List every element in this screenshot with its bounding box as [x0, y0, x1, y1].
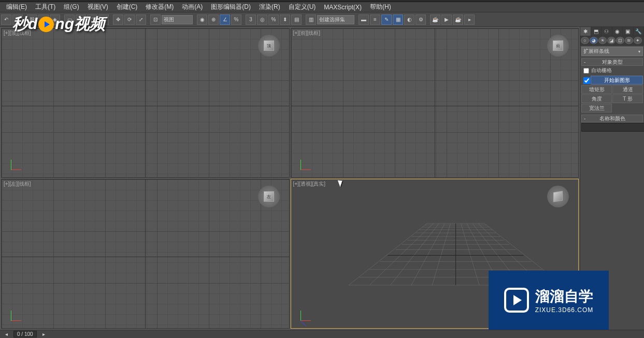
pivot-button[interactable]: ◉	[197, 15, 207, 25]
auto-grid-row: 自动栅格	[581, 66, 643, 75]
menu-customize[interactable]: 自定义(U)	[284, 2, 320, 12]
start-new-shape-checkbox[interactable]	[583, 77, 590, 84]
angle-snap-button[interactable]: ∠	[220, 15, 230, 25]
subtab-helpers[interactable]: ⊡	[616, 37, 624, 44]
mirror-button[interactable]: ▥	[306, 15, 316, 25]
viewcube-left[interactable]: 左	[258, 186, 280, 207]
align-button[interactable]: ▬	[359, 15, 369, 25]
name-color-section: 名称和颜色	[581, 115, 643, 132]
menu-group[interactable]: 组(G)	[60, 2, 83, 12]
tab-create[interactable]: ✱	[580, 27, 591, 36]
subtab-systems[interactable]: ✦	[634, 37, 642, 44]
render-setup-button[interactable]: ⚙	[416, 15, 426, 25]
menu-render[interactable]: 渲染(R)	[255, 2, 284, 12]
logo-text-1: 秒d	[12, 13, 37, 35]
subtab-geometry[interactable]: ○	[581, 37, 589, 44]
tab-hierarchy[interactable]: ⚇	[602, 27, 612, 36]
object-type-section: 对象类型 自动栅格 开始新图形 墙矩形 通道 角度 T 形 宽法兰	[581, 58, 643, 112]
object-name-input[interactable]	[581, 123, 644, 132]
timeline-scroll-left[interactable]: ◂	[3, 331, 9, 337]
menu-animation[interactable]: 动画(A)	[178, 2, 207, 12]
object-type-header[interactable]: 对象类型	[581, 58, 643, 66]
spinner-snap-button[interactable]: ⬍	[280, 15, 290, 25]
tab-utilities[interactable]: 🔧	[634, 27, 645, 36]
svg-line-16	[390, 223, 439, 285]
tee-button[interactable]: T 形	[612, 94, 643, 103]
viewport-persp-label[interactable]: [+][透视][真实]	[293, 180, 326, 188]
auto-grid-label: 自动栅格	[591, 67, 612, 74]
viewport-front[interactable]: [+][前][线框] 前	[291, 28, 579, 178]
svg-line-15	[369, 223, 433, 285]
percent-snap2-button[interactable]: %	[268, 15, 279, 25]
viewcube-front[interactable]: 前	[547, 35, 569, 57]
tab-modify[interactable]: ⬒	[591, 27, 602, 36]
video-logo-watermark: 秒dng视频	[12, 13, 105, 35]
curve-editor-button[interactable]: ✎	[381, 15, 392, 25]
scale-button[interactable]: ⤢	[136, 15, 146, 25]
axis-gizmo-front	[300, 156, 315, 170]
material-button[interactable]: ◐	[404, 15, 414, 25]
watermark-title: 溜溜自学	[535, 287, 594, 306]
subtab-shapes[interactable]: ◕	[590, 37, 598, 44]
rotate-button[interactable]: ⟳	[124, 15, 135, 25]
edit-named-button[interactable]: ▤	[291, 15, 302, 25]
viewport-top[interactable]: [+][顶][线框] 顶	[1, 28, 290, 178]
mouse-cursor	[339, 179, 345, 188]
layers-button[interactable]: ≡	[370, 15, 380, 25]
undo-button[interactable]: ↶	[1, 15, 11, 25]
channel-button[interactable]: 通道	[612, 85, 643, 94]
view-coord-dropdown[interactable]: 视图	[162, 15, 193, 24]
tab-motion[interactable]: ◉	[612, 27, 623, 36]
viewcube-top[interactable]: 顶	[258, 35, 280, 57]
subtab-spacewarps[interactable]: ≋	[625, 37, 633, 44]
axis-gizmo-persp	[300, 306, 315, 321]
menu-view[interactable]: 视图(V)	[83, 2, 112, 12]
menu-help[interactable]: 帮助(H)	[366, 2, 395, 12]
selection-set-dropdown[interactable]: 创建选择集	[317, 15, 354, 24]
viewport-left[interactable]: [+][左][线框] 左	[1, 179, 290, 329]
viewcube-persp[interactable]	[547, 186, 569, 207]
source-watermark: 溜溜自学 ZIXUE.3D66.COM	[489, 271, 609, 330]
render-prod-button[interactable]: ▸	[464, 15, 475, 25]
menu-modifiers[interactable]: 修改器(M)	[141, 2, 178, 12]
viewport-front-label[interactable]: [+][前][线框]	[293, 30, 321, 37]
render-frame-button[interactable]: ☕	[430, 15, 440, 25]
menu-create[interactable]: 创建(C)	[112, 2, 142, 12]
schematic-button[interactable]: ▦	[393, 15, 403, 25]
subtab-lights[interactable]: ☀	[598, 37, 607, 44]
axis-gizmo-top	[11, 156, 25, 170]
angle-snap2-button[interactable]: ◎	[257, 15, 267, 25]
start-new-shape-button[interactable]: 开始新图形	[591, 76, 643, 84]
menu-edit[interactable]: 编辑(E)	[2, 2, 31, 12]
tab-display[interactable]: ▣	[623, 27, 634, 36]
wall-rect-button[interactable]: 墙矩形	[581, 85, 612, 94]
svg-line-18	[432, 223, 450, 285]
panel-tabs: ✱ ⬒ ⚇ ◉ ▣ 🔧	[580, 27, 644, 36]
viewport-left-label[interactable]: [+][左][线框]	[4, 180, 31, 188]
teapot-button[interactable]: ☕	[453, 15, 463, 25]
render-button[interactable]: ▶	[441, 15, 452, 25]
category-dropdown[interactable]: 扩展样条线	[581, 47, 643, 56]
angle-button[interactable]: 角度	[581, 94, 612, 103]
logo-text-2: ng视频	[55, 13, 105, 35]
name-color-header[interactable]: 名称和颜色	[581, 115, 643, 122]
axis-gizmo-left	[11, 306, 25, 321]
wide-flange-button[interactable]: 宽法兰	[581, 104, 612, 112]
logo-play-icon	[38, 17, 54, 32]
subtab-cameras[interactable]: ◪	[607, 37, 616, 44]
move-button[interactable]: ✥	[113, 15, 123, 25]
auto-grid-checkbox[interactable]	[583, 68, 589, 74]
menu-tools[interactable]: 工具(T)	[31, 2, 60, 12]
menu-maxscript[interactable]: MAXScript(X)	[320, 3, 366, 12]
timeline-scroll-right[interactable]: ▸	[41, 331, 47, 337]
snap-toggle-button[interactable]: ⊕	[208, 15, 219, 25]
status-bar: ◂ 0 / 100 ▸	[0, 330, 644, 338]
svg-line-20	[461, 223, 479, 285]
watermark-play-icon	[504, 288, 529, 313]
ref-coord-button[interactable]: ⊡	[150, 15, 161, 25]
menu-graph[interactable]: 图形编辑器(D)	[207, 2, 255, 12]
svg-line-14	[348, 223, 426, 285]
percent-snap-button[interactable]: %	[231, 15, 241, 25]
frame-counter[interactable]: 0 / 100	[13, 331, 37, 337]
snap-3-button[interactable]: 3	[246, 15, 256, 25]
